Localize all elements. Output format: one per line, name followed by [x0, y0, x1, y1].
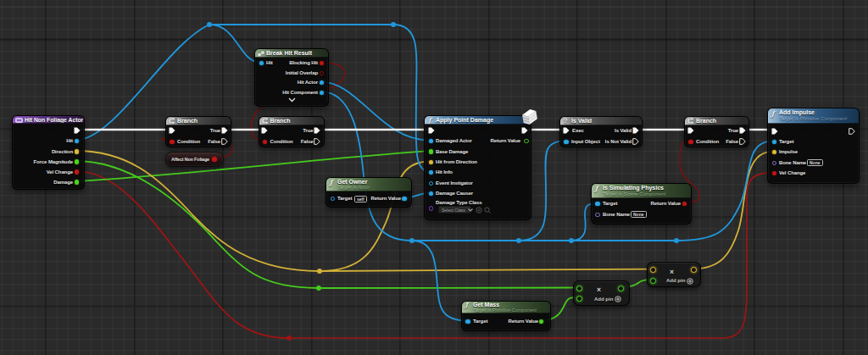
pin-hit-from-direction-in[interactable]	[429, 160, 433, 164]
pin-return-value-out[interactable]	[524, 139, 528, 143]
node-hit-non-foliage-actor[interactable]: Hit Non Foliage Actor Hit Direction Forc…	[12, 115, 85, 190]
pin-multiply-out[interactable]	[618, 286, 624, 291]
pin-return-value-out[interactable]	[402, 197, 406, 201]
exec-out-pin[interactable]	[74, 127, 81, 134]
pin-multiply-in-a[interactable]	[576, 286, 582, 291]
pin-hit-component-out[interactable]	[320, 91, 324, 95]
pin-label: Hit	[266, 60, 273, 66]
exec-out-pin[interactable]	[849, 128, 855, 135]
pin-hit-info-in[interactable]	[429, 170, 433, 175]
node-get-mass[interactable]: ƒ Get Mass Target is Primitive Component…	[461, 301, 551, 331]
exec-true-out-pin[interactable]	[314, 127, 320, 134]
reroute-node[interactable]	[391, 22, 396, 27]
pin-vel-change-out[interactable]	[75, 169, 79, 174]
reroute-node[interactable]	[207, 22, 212, 27]
node-subtitle: Target is Actor	[337, 185, 370, 191]
pin-label: Damage Causer	[436, 191, 473, 197]
pin-affect-non-foliage-out[interactable]	[212, 157, 216, 161]
pin-bone-name-in[interactable]	[595, 213, 599, 217]
browse-asset-icon[interactable]	[484, 207, 491, 214]
pin-initial-overlap-out[interactable]	[320, 71, 324, 75]
pin-multiply-in-b[interactable]	[576, 296, 582, 302]
exec-in-pin[interactable]	[771, 128, 778, 135]
pin-condition-in[interactable]	[170, 140, 174, 144]
pin-label: Is Valid	[615, 128, 632, 134]
node-branch-2[interactable]: Branch Condition True False	[259, 116, 325, 147]
pin-damaged-actor-in[interactable]	[429, 139, 433, 143]
reroute-node[interactable]	[674, 238, 679, 243]
exec-false-out-pin[interactable]	[221, 138, 228, 145]
exec-false-out-pin[interactable]	[739, 138, 746, 145]
blueprint-graph-canvas[interactable]: Hit Non Foliage Actor Hit Direction Forc…	[0, 0, 868, 355]
pin-blocking-hit-out[interactable]	[320, 61, 324, 65]
pin-target-in[interactable]	[465, 319, 470, 324]
reroute-node[interactable]	[316, 286, 321, 291]
pin-condition-in[interactable]	[688, 140, 693, 144]
pin-direction-out[interactable]	[75, 149, 79, 153]
pin-base-damage-in[interactable]	[429, 149, 433, 153]
use-asset-icon[interactable]	[476, 207, 482, 214]
node-affect-non-foliage[interactable]: Affect Non Foliage	[165, 152, 224, 167]
exec-in-pin[interactable]	[563, 127, 570, 134]
exec-false-out-pin[interactable]	[314, 138, 320, 145]
pin-multiply-in-b[interactable]	[650, 278, 656, 284]
pin-condition-in[interactable]	[263, 140, 267, 144]
pin-hit-actor-out[interactable]	[320, 80, 324, 85]
pin-vel-change-in[interactable]	[772, 171, 776, 175]
pin-bone-name-in[interactable]	[772, 161, 776, 165]
reroute-node[interactable]	[409, 238, 415, 243]
node-apply-point-damage[interactable]: ƒ Apply Point Damage Damaged Actor Retur…	[424, 115, 531, 220]
pin-event-instigator-in[interactable]	[429, 181, 433, 186]
exec-in-pin[interactable]	[428, 127, 435, 134]
target-self-value[interactable]: self	[354, 196, 367, 202]
node-break-hit-result[interactable]: Break Hit Result Hit Blocking Hit Initia…	[254, 48, 329, 107]
bone-name-value[interactable]: None	[807, 159, 823, 166]
select-class-dropdown[interactable]: Select Class	[438, 206, 471, 214]
pin-return-value-out[interactable]	[539, 319, 543, 324]
node-is-valid[interactable]: ? Is Valid Exec Input Object Is Valid Is…	[559, 116, 643, 147]
exec-out-pin[interactable]	[521, 127, 528, 134]
node-get-owner[interactable]: ƒ Get Owner Target is Actor Target self …	[326, 177, 412, 208]
node-is-simulating-physics[interactable]: ƒ Is Simulating Physics Target is Scene …	[591, 183, 692, 225]
exec-true-out-pin[interactable]	[221, 127, 228, 134]
pin-hit-in[interactable]	[259, 61, 264, 65]
reroute-node[interactable]	[287, 336, 292, 341]
exec-is-valid-out-pin[interactable]	[632, 127, 639, 134]
reroute-node[interactable]	[569, 238, 574, 243]
pin-input-object-in[interactable]	[564, 140, 568, 144]
pin-label: True	[728, 128, 738, 134]
node-branch-3[interactable]: Branch Condition True False	[684, 116, 749, 147]
node-branch-1[interactable]: Branch Condition True False	[165, 116, 231, 147]
bone-name-value[interactable]: None	[631, 211, 647, 218]
pin-hit-out[interactable]	[75, 139, 79, 143]
pin-force-magnitude-out[interactable]	[75, 159, 79, 164]
node-multiply-1[interactable]: × Add pin	[573, 280, 630, 306]
node-header: ? Is Valid	[560, 117, 642, 125]
pin-label: Hit Component	[282, 90, 318, 96]
add-pin-icon[interactable]	[615, 296, 621, 302]
reroute-node[interactable]	[516, 238, 521, 243]
pin-damage-out[interactable]	[75, 180, 79, 184]
pin-target-in[interactable]	[595, 202, 599, 206]
wire-reroute-to-multiply1	[319, 288, 579, 289]
pin-damage-type-class-in[interactable]	[429, 206, 433, 210]
reroute-node[interactable]	[317, 269, 322, 274]
exec-is-not-valid-out-pin[interactable]	[632, 138, 639, 145]
exec-true-out-pin[interactable]	[739, 127, 746, 134]
exec-in-pin[interactable]	[261, 127, 268, 134]
expand-chevron-icon[interactable]	[288, 97, 296, 103]
pin-return-value-out[interactable]	[682, 202, 687, 206]
exec-in-pin[interactable]	[169, 127, 175, 134]
pin-damage-causer-in[interactable]	[429, 191, 433, 196]
branch-icon	[262, 118, 269, 124]
pin-target-in[interactable]	[772, 140, 776, 144]
pin-impulse-in[interactable]	[772, 150, 776, 154]
pin-target-in[interactable]	[331, 197, 335, 201]
add-pin-icon[interactable]	[687, 278, 693, 285]
node-multiply-2[interactable]: × Add pin	[647, 262, 701, 287]
pin-multiply-out[interactable]	[691, 267, 697, 273]
node-add-impulse[interactable]: ƒ Add Impulse Target is Primitive Compon…	[767, 108, 860, 184]
exec-in-pin[interactable]	[687, 127, 694, 134]
pin-label: True	[303, 128, 313, 134]
pin-multiply-in-a[interactable]	[650, 267, 656, 273]
